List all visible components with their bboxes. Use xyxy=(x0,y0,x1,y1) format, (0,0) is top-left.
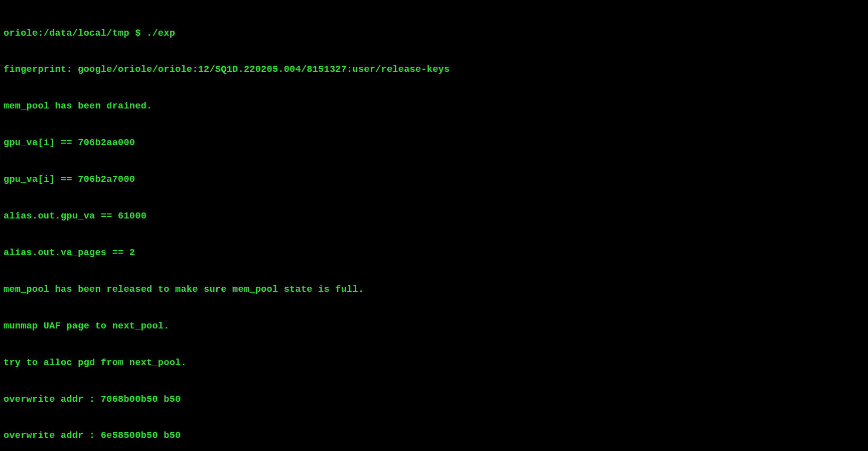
terminal-line: gpu_va[i] == 706b2a7000 xyxy=(4,174,864,186)
terminal-line: mem_pool has been released to make sure … xyxy=(4,284,864,296)
terminal-line: mem_pool has been drained. xyxy=(4,100,864,112)
terminal-window[interactable]: oriole:/data/local/tmp $ ./exp fingerpri… xyxy=(0,0,868,451)
terminal-line: oriole:/data/local/tmp $ ./exp xyxy=(4,28,864,40)
terminal-line: overwrite addr : 7068b00b50 b50 xyxy=(4,394,864,406)
terminal-line: alias.out.gpu_va == 61000 xyxy=(4,210,864,222)
terminal-line: alias.out.va_pages == 2 xyxy=(4,247,864,259)
terminal-line: try to alloc pgd from next_pool. xyxy=(4,357,864,369)
terminal-line: munmap UAF page to next_pool. xyxy=(4,320,864,332)
terminal-line: overwrite addr : 6e58500b50 b50 xyxy=(4,430,864,442)
terminal-line: gpu_va[i] == 706b2aa000 xyxy=(4,137,864,149)
terminal-line: fingerprint: google/oriole/oriole:12/SQ1… xyxy=(4,64,864,76)
